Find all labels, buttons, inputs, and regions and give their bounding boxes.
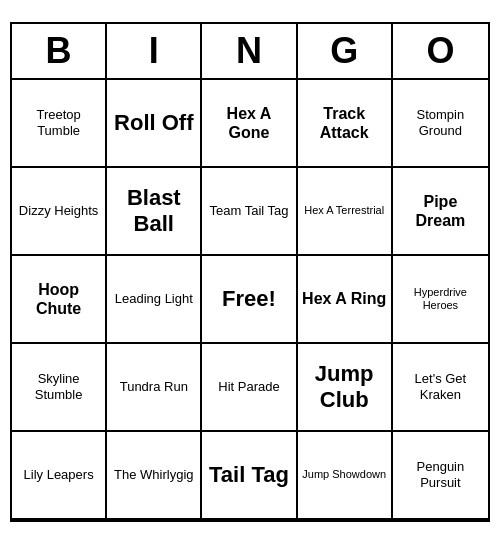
- cell-text: Blast Ball: [111, 185, 196, 238]
- bingo-cell: Hit Parade: [202, 344, 297, 432]
- cell-text: Jump Showdown: [302, 468, 386, 481]
- bingo-cell: Jump Showdown: [298, 432, 393, 520]
- cell-text: The Whirlygig: [114, 467, 193, 483]
- bingo-letter: N: [202, 24, 297, 78]
- bingo-cell: Jump Club: [298, 344, 393, 432]
- bingo-header: BINGO: [12, 24, 488, 80]
- bingo-grid: Treetop TumbleRoll OffHex A GoneTrack At…: [12, 80, 488, 520]
- cell-text: Tundra Run: [120, 379, 188, 395]
- bingo-cell: Penguin Pursuit: [393, 432, 488, 520]
- bingo-cell: Hoop Chute: [12, 256, 107, 344]
- cell-text: Hyperdrive Heroes: [397, 286, 484, 312]
- bingo-cell: Stompin Ground: [393, 80, 488, 168]
- cell-text: Pipe Dream: [397, 192, 484, 230]
- bingo-cell: Free!: [202, 256, 297, 344]
- bingo-cell: Tail Tag: [202, 432, 297, 520]
- bingo-letter: B: [12, 24, 107, 78]
- bingo-cell: Skyline Stumble: [12, 344, 107, 432]
- bingo-cell: Let's Get Kraken: [393, 344, 488, 432]
- bingo-letter: G: [298, 24, 393, 78]
- bingo-card: BINGO Treetop TumbleRoll OffHex A GoneTr…: [10, 22, 490, 522]
- cell-text: Hex A Gone: [206, 104, 291, 142]
- bingo-cell: Pipe Dream: [393, 168, 488, 256]
- bingo-cell: Hex A Terrestrial: [298, 168, 393, 256]
- bingo-cell: Dizzy Heights: [12, 168, 107, 256]
- bingo-cell: Treetop Tumble: [12, 80, 107, 168]
- cell-text: Skyline Stumble: [16, 371, 101, 402]
- cell-text: Stompin Ground: [397, 107, 484, 138]
- cell-text: Lily Leapers: [24, 467, 94, 483]
- cell-text: Jump Club: [302, 361, 387, 414]
- bingo-cell: Tundra Run: [107, 344, 202, 432]
- cell-text: Hoop Chute: [16, 280, 101, 318]
- cell-text: Penguin Pursuit: [397, 459, 484, 490]
- cell-text: Team Tail Tag: [209, 203, 288, 219]
- cell-text: Hit Parade: [218, 379, 279, 395]
- cell-text: Tail Tag: [209, 462, 289, 488]
- cell-text: Roll Off: [114, 110, 193, 136]
- cell-text: Leading Light: [115, 291, 193, 307]
- bingo-cell: Blast Ball: [107, 168, 202, 256]
- cell-text: Dizzy Heights: [19, 203, 98, 219]
- bingo-cell: Roll Off: [107, 80, 202, 168]
- cell-text: Track Attack: [302, 104, 387, 142]
- bingo-letter: I: [107, 24, 202, 78]
- bingo-letter: O: [393, 24, 488, 78]
- bingo-cell: Hyperdrive Heroes: [393, 256, 488, 344]
- bingo-cell: Hex A Ring: [298, 256, 393, 344]
- cell-text: Free!: [222, 286, 276, 312]
- bingo-cell: Team Tail Tag: [202, 168, 297, 256]
- cell-text: Treetop Tumble: [16, 107, 101, 138]
- bingo-cell: Leading Light: [107, 256, 202, 344]
- bingo-cell: Hex A Gone: [202, 80, 297, 168]
- bingo-cell: Track Attack: [298, 80, 393, 168]
- cell-text: Hex A Ring: [302, 289, 386, 308]
- cell-text: Hex A Terrestrial: [304, 204, 384, 217]
- bingo-cell: The Whirlygig: [107, 432, 202, 520]
- bingo-cell: Lily Leapers: [12, 432, 107, 520]
- cell-text: Let's Get Kraken: [397, 371, 484, 402]
